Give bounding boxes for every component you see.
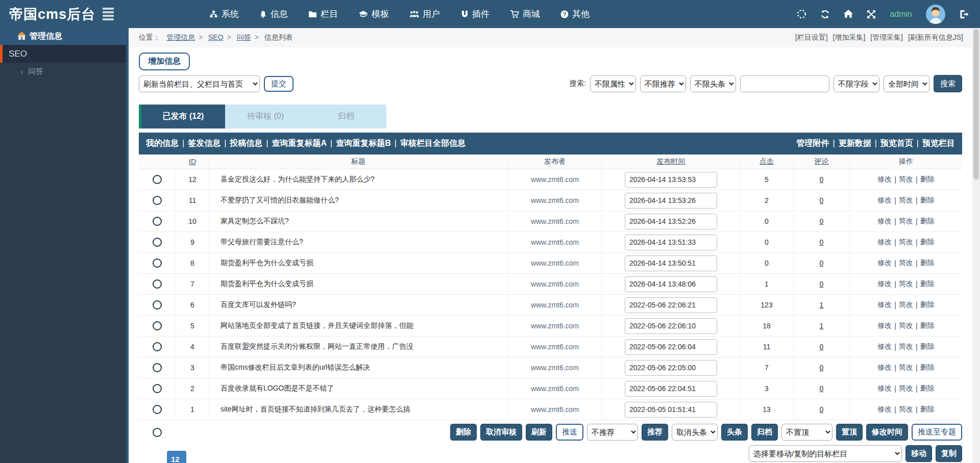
row-comments-link[interactable]: 0	[820, 280, 824, 288]
row-modify-link[interactable]: 修改	[877, 321, 892, 330]
nav-templates[interactable]: 模板	[358, 8, 389, 20]
refresh-scope-select[interactable]: 刷新当前栏目、父栏目与首页	[139, 75, 260, 92]
header-id[interactable]: ID	[176, 155, 209, 169]
attribute-filter-select[interactable]: 不限属性	[590, 75, 636, 92]
row-delete-link[interactable]: 删除	[920, 175, 935, 184]
vertical-scrollbar[interactable]	[972, 28, 980, 463]
row-quick-edit-link[interactable]: 简改	[899, 196, 913, 205]
nav-plugins[interactable]: 插件	[460, 8, 489, 20]
row-title-link[interactable]: 基金定投这么好，为什么能坚持下来的人那么少?	[220, 175, 375, 184]
row-modify-link[interactable]: 修改	[877, 196, 892, 205]
row-title-link[interactable]: 百度文库可以发外链吗?	[220, 300, 296, 310]
row-modify-link[interactable]: 修改	[877, 384, 892, 393]
header-comments[interactable]: 评论	[794, 155, 850, 169]
refresh-icon[interactable]	[820, 10, 830, 19]
row-select-radio[interactable]	[153, 405, 162, 414]
row-quick-edit-link[interactable]: 简改	[899, 384, 913, 393]
row-quick-edit-link[interactable]: 简改	[899, 342, 913, 351]
copy-button[interactable]: 复制	[936, 445, 962, 462]
action-link[interactable]: 预览首页	[880, 139, 913, 147]
row-time-input[interactable]	[625, 381, 717, 397]
row-delete-link[interactable]: 删除	[920, 363, 935, 372]
action-link[interactable]: 查询重复标题A	[272, 139, 327, 147]
row-comments-link[interactable]: 0	[820, 343, 824, 351]
row-modify-link[interactable]: 修改	[877, 175, 892, 184]
column-settings-link[interactable]: [栏目设置]	[795, 33, 828, 41]
row-modify-link[interactable]: 修改	[877, 259, 892, 268]
headline-action-select[interactable]: 取消头条	[672, 424, 718, 441]
row-title-link[interactable]: 期货盈利平仓为什么变成亏损	[220, 259, 313, 268]
row-select-radio[interactable]	[153, 217, 162, 226]
row-select-radio[interactable]	[153, 279, 162, 289]
headline-button[interactable]: 头条	[721, 424, 748, 441]
headline-filter-select[interactable]: 不限头条	[690, 75, 736, 92]
row-comments-link[interactable]: 0	[820, 238, 824, 246]
time-filter-select[interactable]: 全部时间	[884, 75, 929, 92]
cancel-audit-button[interactable]: 取消审核	[480, 424, 522, 441]
row-time-input[interactable]	[625, 297, 717, 313]
header-time[interactable]: 发布时间	[602, 155, 740, 169]
breadcrumb-link-manage[interactable]: 管理信息	[166, 33, 195, 41]
add-info-button[interactable]: 增加信息	[139, 53, 190, 70]
manage-collect-link[interactable]: [管理采集]	[870, 33, 903, 41]
row-modify-link[interactable]: 修改	[877, 405, 892, 414]
row-delete-link[interactable]: 删除	[920, 217, 935, 226]
row-select-radio[interactable]	[153, 196, 162, 205]
row-select-radio[interactable]	[153, 238, 162, 247]
search-input[interactable]	[740, 75, 829, 92]
row-time-input[interactable]	[625, 235, 717, 250]
row-select-radio[interactable]	[153, 300, 162, 310]
row-time-input[interactable]	[625, 255, 717, 271]
row-quick-edit-link[interactable]: 简改	[899, 363, 913, 372]
nav-info[interactable]: 信息	[259, 8, 288, 20]
row-comments-link[interactable]: 0	[820, 384, 824, 393]
scrollbar-thumb[interactable]	[973, 29, 979, 179]
action-link[interactable]: 预览栏目	[922, 139, 955, 147]
row-comments-link[interactable]: 0	[820, 196, 824, 204]
row-delete-link[interactable]: 删除	[920, 405, 935, 414]
row-modify-link[interactable]: 修改	[877, 363, 892, 372]
row-title-link[interactable]: 百度联盟突然提示关闭分账权限，网站一直正常使用，广告没	[220, 342, 413, 351]
avatar[interactable]	[926, 5, 945, 24]
page-number-badge[interactable]: 12	[167, 451, 186, 463]
field-filter-select[interactable]: 不限字段	[834, 75, 879, 92]
add-collect-link[interactable]: [增加采集]	[833, 33, 866, 41]
nav-users[interactable]: 用户	[409, 8, 440, 20]
row-time-input[interactable]	[625, 318, 717, 334]
action-link[interactable]: 投稿信息	[230, 139, 262, 147]
row-select-radio[interactable]	[153, 259, 162, 268]
row-select-radio[interactable]	[153, 342, 162, 351]
breadcrumb-link-qa[interactable]: 问答	[237, 33, 251, 41]
delete-button[interactable]: 删除	[450, 424, 477, 441]
row-comments-link[interactable]: 1	[820, 301, 824, 309]
row-quick-edit-link[interactable]: 简改	[899, 321, 913, 330]
row-modify-link[interactable]: 修改	[877, 342, 892, 351]
submit-button[interactable]: 提交	[264, 76, 293, 92]
row-title-link[interactable]: 帝国cms修改栏目后文章列表的url错误怎么解决	[220, 363, 370, 372]
row-comments-link[interactable]: 1	[820, 322, 824, 330]
row-comments-link[interactable]: 0	[820, 175, 824, 184]
row-comments-link[interactable]: 0	[820, 217, 824, 225]
row-modify-link[interactable]: 修改	[877, 217, 892, 226]
action-link[interactable]: 签发信息	[188, 139, 220, 147]
tab-pending[interactable]: 待审核 (0)	[225, 105, 306, 128]
row-title-link[interactable]: 百度收录就有LOGO图是不是不错了	[220, 384, 334, 393]
archive-button[interactable]: 归档	[751, 424, 778, 441]
row-quick-edit-link[interactable]: 简改	[899, 217, 913, 226]
action-link[interactable]: 查询重复标题B	[336, 139, 391, 147]
row-quick-edit-link[interactable]: 简改	[899, 259, 913, 268]
row-select-radio[interactable]	[153, 321, 162, 330]
username-label[interactable]: admin	[890, 10, 912, 19]
row-quick-edit-link[interactable]: 简改	[899, 175, 913, 184]
row-comments-link[interactable]: 0	[820, 405, 824, 414]
row-title-link[interactable]: 期货盈利平仓为什么变成亏损	[220, 279, 313, 289]
refresh-all-js-link[interactable]: [刷新所有信息JS]	[908, 33, 963, 41]
row-delete-link[interactable]: 删除	[920, 384, 935, 393]
action-link[interactable]: 更新数据	[839, 139, 871, 147]
row-delete-link[interactable]: 删除	[920, 196, 935, 205]
row-modify-link[interactable]: 修改	[877, 279, 892, 289]
row-select-radio[interactable]	[153, 175, 162, 184]
row-time-input[interactable]	[625, 172, 717, 188]
nav-system[interactable]: 系统	[209, 8, 239, 20]
row-comments-link[interactable]: 0	[820, 364, 824, 372]
